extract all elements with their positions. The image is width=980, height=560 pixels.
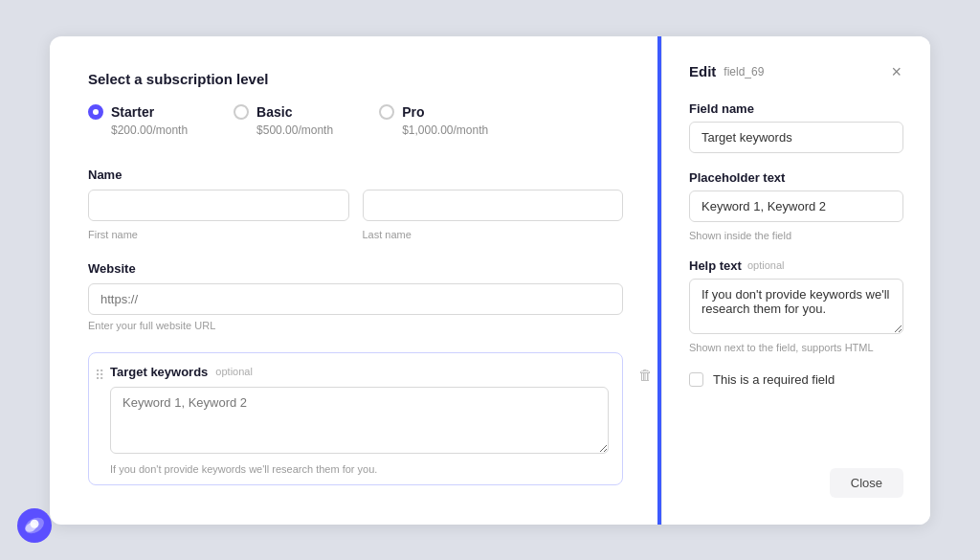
subscription-option-pro[interactable]: Pro $1,000.00/month — [379, 104, 488, 137]
required-checkbox[interactable] — [689, 372, 703, 387]
website-helper: Enter your full website URL — [88, 320, 623, 331]
logo — [17, 508, 52, 543]
edit-help-text-helper: Shown next to the field, supports HTML — [689, 342, 903, 353]
edit-field-name-label: Field name — [689, 101, 903, 116]
required-label: This is a required field — [713, 372, 835, 387]
subscription-name-starter: Starter — [111, 104, 154, 120]
subscription-price-pro: $1,000.00/month — [402, 123, 488, 137]
first-name-input[interactable] — [88, 190, 349, 221]
delete-field-button[interactable]: 🗑 — [635, 363, 657, 387]
target-keywords-wrapper: ⠿ Target keywords optional If you don't … — [88, 352, 623, 485]
subscription-price-basic: $500.00/month — [256, 123, 333, 137]
left-panel: Select a subscription level Starter $200… — [50, 36, 662, 525]
right-panel: Edit field_69 × Field name Placeholder t… — [662, 36, 930, 525]
edit-placeholder-input[interactable] — [689, 190, 903, 222]
blue-bar — [657, 36, 661, 525]
edit-help-text-group: Help text optional If you don't provide … — [689, 258, 903, 353]
edit-placeholder-group: Placeholder text Shown inside the field — [689, 170, 903, 241]
main-card: Select a subscription level Starter $200… — [50, 36, 930, 525]
target-keywords-input[interactable] — [110, 387, 609, 454]
target-keywords-title: Target keywords — [110, 365, 208, 379]
subscription-name-basic: Basic — [256, 104, 292, 120]
last-name-label: Last name — [363, 229, 624, 240]
edit-header: Edit field_69 × — [689, 63, 903, 80]
edit-field-name-group: Field name — [689, 101, 903, 153]
target-keywords-optional: optional — [215, 366, 253, 377]
edit-field-name-input[interactable] — [689, 122, 903, 153]
subscription-name-pro: Pro — [402, 104, 424, 120]
subscription-title: Select a subscription level — [88, 71, 623, 87]
website-input[interactable] — [88, 283, 623, 315]
first-name-label: First name — [88, 229, 349, 240]
target-keywords-field-group: ⠿ Target keywords optional If you don't … — [88, 352, 623, 485]
svg-point-3 — [31, 520, 39, 528]
name-label: Name — [88, 168, 623, 182]
target-keywords-helper: If you don't provide keywords we'll rese… — [110, 463, 609, 475]
edit-placeholder-label: Placeholder text — [689, 170, 903, 185]
name-field-group: Name First name Last name — [88, 168, 623, 240]
edit-placeholder-helper: Shown inside the field — [689, 230, 903, 241]
website-label: Website — [88, 261, 623, 276]
subscription-options: Starter $200.00/month Basic $500.00/mont… — [88, 104, 623, 137]
subscription-option-basic[interactable]: Basic $500.00/month — [234, 104, 333, 137]
edit-title: Edit field_69 — [689, 63, 764, 79]
radio-basic[interactable] — [234, 104, 249, 120]
drag-handle-icon[interactable]: ⠿ — [95, 369, 104, 382]
last-name-input[interactable] — [363, 190, 624, 221]
edit-help-text-input[interactable]: If you don't provide keywords we'll rese… — [689, 279, 903, 334]
required-field-row: This is a required field — [689, 372, 903, 387]
radio-starter[interactable] — [88, 104, 103, 120]
help-text-optional: optional — [747, 259, 785, 271]
edit-help-text-label: Help text optional — [689, 258, 903, 273]
name-row: First name Last name — [88, 190, 623, 240]
subscription-option-starter[interactable]: Starter $200.00/month — [88, 104, 188, 137]
first-name-subfield: First name — [88, 190, 349, 240]
last-name-subfield: Last name — [363, 190, 624, 240]
edit-panel-close-button[interactable]: × — [889, 63, 903, 80]
edit-field-id: field_69 — [724, 65, 764, 78]
radio-pro[interactable] — [379, 104, 394, 120]
website-field-group: Website Enter your full website URL — [88, 261, 623, 331]
subscription-price-starter: $200.00/month — [111, 123, 188, 137]
close-button[interactable]: Close — [830, 468, 903, 498]
